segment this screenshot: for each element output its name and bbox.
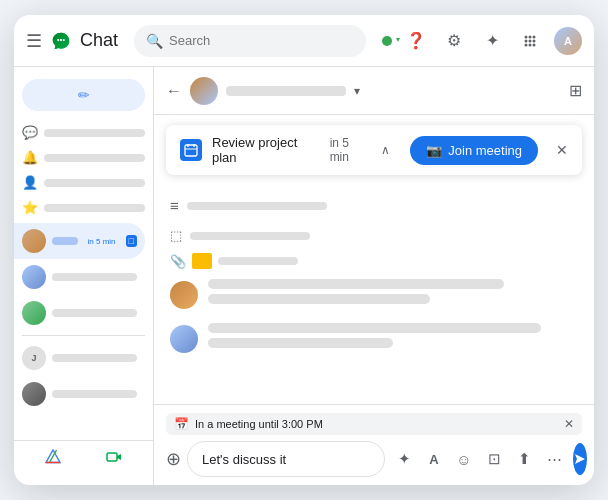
meeting-status-bar: 📅 In a meeting until 3:00 PM ✕	[166, 413, 582, 435]
input-row: ⊕ ✦ A ☺ ⊡ ⬆ ⋯	[166, 441, 582, 477]
camera-icon: 📷	[426, 143, 442, 158]
svg-rect-18	[185, 145, 197, 156]
sidebar-icon: 👤	[22, 175, 38, 190]
format-text-icon[interactable]: ✦	[391, 446, 417, 472]
meet-icon[interactable]	[106, 449, 122, 469]
sidebar-icon: 🔔	[22, 150, 38, 165]
sidebar-avatar	[22, 265, 46, 289]
svg-point-3	[63, 38, 65, 40]
sidebar-icon: 💬	[22, 125, 38, 140]
toolbar-placeholder	[187, 202, 327, 210]
svg-point-9	[533, 39, 536, 42]
sidebar-avatar: J	[22, 346, 46, 370]
close-banner-icon[interactable]: ✕	[556, 142, 568, 158]
status-dot	[382, 36, 392, 46]
svg-point-2	[60, 38, 62, 40]
sidebar-item[interactable]	[14, 295, 145, 331]
upload-icon[interactable]: ⬆	[511, 446, 537, 472]
input-actions: ✦ A ☺ ⊡ ⬆ ⋯	[391, 446, 567, 472]
search-icon: 🔍	[146, 33, 163, 49]
sparkle-icon[interactable]: ✦	[478, 27, 506, 55]
sidebar-placeholder	[44, 179, 145, 187]
message-text-line	[208, 279, 504, 289]
sidebar-badge-time: in 5 min	[84, 236, 120, 247]
meeting-banner: Review project plan in 5 min ∧ 📷 Join me…	[166, 125, 582, 175]
add-attachment-icon[interactable]: ⊕	[166, 448, 181, 470]
sidebar-item-name	[52, 273, 137, 281]
top-bar: ☰ Chat 🔍	[14, 15, 594, 67]
video-call-icon[interactable]: ⊞	[569, 81, 582, 100]
toolbar-row-2: ⬚	[170, 224, 578, 247]
sidebar-item[interactable]	[14, 376, 145, 412]
sidebar-item[interactable]	[14, 259, 145, 295]
message-text-line	[208, 323, 541, 333]
top-actions: ❓ ⚙ ✦ A	[382, 27, 582, 55]
sidebar-item[interactable]: in 5 min □	[14, 223, 145, 259]
sidebar-bottom	[14, 440, 153, 477]
message-avatar	[170, 325, 198, 353]
svg-point-11	[529, 43, 532, 46]
sidebar-divider	[22, 335, 145, 336]
sidebar-item-name	[52, 354, 137, 362]
message-row	[170, 323, 578, 353]
drive-icon[interactable]	[45, 449, 61, 469]
app-logo	[50, 30, 72, 52]
back-button[interactable]: ←	[166, 82, 182, 100]
send-button[interactable]	[573, 443, 587, 475]
apps-icon[interactable]	[516, 27, 544, 55]
sidebar-section-row: 🔔	[22, 150, 145, 165]
chat-area: ← ▾ ⊞ Review project plan in 5 min ∧ 📷 J…	[154, 67, 594, 485]
toolbar-placeholder-2	[190, 232, 310, 240]
expand-icon[interactable]: ∧	[381, 143, 390, 157]
doc-icon: ⬚	[170, 228, 182, 243]
meeting-time: in 5 min	[330, 136, 368, 164]
format-icon[interactable]: A	[421, 446, 447, 472]
svg-line-14	[49, 450, 56, 463]
sidebar-avatar	[22, 301, 46, 325]
status-indicator[interactable]	[382, 36, 392, 46]
svg-point-1	[57, 38, 59, 40]
sidebar-nav-icons: 💬 🔔 👤 ⭐	[14, 119, 153, 223]
message-content	[208, 323, 578, 353]
chat-header: ← ▾ ⊞	[154, 67, 594, 115]
message-text-line	[208, 338, 393, 348]
pencil-icon: ✏	[78, 87, 90, 103]
svg-point-4	[525, 35, 528, 38]
user-avatar[interactable]: A	[554, 27, 582, 55]
help-icon[interactable]: ❓	[402, 27, 430, 55]
sidebar-section-row: 💬	[22, 125, 145, 140]
sidebar-section-row: ⭐	[22, 200, 145, 215]
message-input[interactable]	[187, 441, 385, 477]
search-input[interactable]	[169, 33, 354, 48]
attachment-thumb	[192, 253, 212, 269]
emoji-icon[interactable]: ☺	[451, 446, 477, 472]
search-bar[interactable]: 🔍	[134, 25, 366, 57]
settings-icon[interactable]: ⚙	[440, 27, 468, 55]
input-area: 📅 In a meeting until 3:00 PM ✕ ⊕ ✦ A ☺ ⊡…	[154, 404, 594, 485]
svg-point-12	[533, 43, 536, 46]
join-meeting-button[interactable]: 📷 Join meeting	[410, 136, 538, 165]
svg-point-5	[529, 35, 532, 38]
svg-point-8	[529, 39, 532, 42]
messages-area: ≡ ⬚ 📎	[154, 185, 594, 404]
attachment-row: 📎	[170, 253, 578, 269]
close-status-icon[interactable]: ✕	[564, 417, 574, 431]
message-avatar	[170, 281, 198, 309]
image-icon[interactable]: ⊡	[481, 446, 507, 472]
list-icon: ≡	[170, 197, 179, 214]
app-title: Chat	[80, 30, 118, 51]
calendar-icon	[180, 139, 202, 161]
sidebar-badge-count: □	[126, 235, 137, 247]
more-icon[interactable]: ⋯	[541, 446, 567, 472]
new-chat-button[interactable]: ✏	[22, 79, 145, 111]
sidebar-item[interactable]: J	[14, 340, 145, 376]
sidebar-placeholder	[44, 154, 145, 162]
menu-icon[interactable]: ☰	[26, 30, 42, 52]
app-window: ☰ Chat 🔍	[14, 15, 594, 485]
message-text-line	[208, 294, 430, 304]
meeting-status-text: In a meeting until 3:00 PM	[195, 418, 323, 430]
sidebar-placeholder	[44, 204, 145, 212]
chevron-down-icon[interactable]: ▾	[354, 84, 360, 98]
sidebar-section-row: 👤	[22, 175, 145, 190]
sidebar-item-name	[52, 309, 137, 317]
